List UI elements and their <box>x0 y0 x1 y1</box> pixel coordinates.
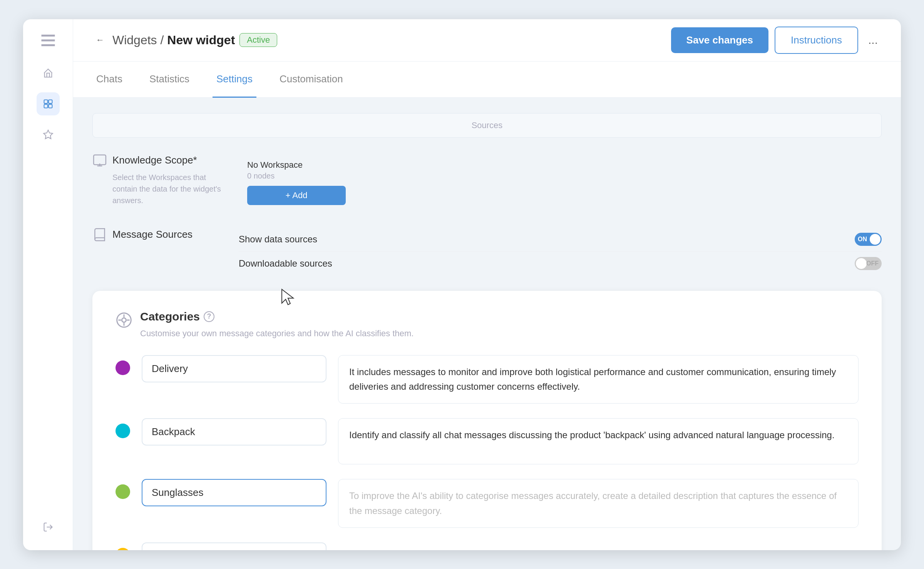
knowledge-scope-icon-area: Knowledge Scope* <box>92 153 223 168</box>
category-item-backpack: Identify and classify all chat messages … <box>116 418 859 464</box>
back-button[interactable]: ← <box>92 32 108 48</box>
message-sources-icon <box>92 227 107 242</box>
category-desc-sunglasses: To improve the AI's ability to categoris… <box>338 479 859 528</box>
add-workspace-button[interactable]: + Add <box>247 186 346 205</box>
categories-icon <box>116 312 132 329</box>
sources-section-label: Sources <box>92 113 882 138</box>
category-name-input-sunglasses[interactable] <box>142 479 326 506</box>
message-sources-name: Message Sources <box>112 229 192 240</box>
categories-title: Categories ? <box>140 310 859 323</box>
categories-header: Categories ? Customise your own message … <box>116 310 859 340</box>
category-desc-delivery: It includes messages to monitor and impr… <box>338 355 859 404</box>
knowledge-scope-desc: Select the Workspaces that contain the d… <box>92 172 223 206</box>
settings-content: Sources Knowledge Scope* Select the Work… <box>73 98 901 550</box>
message-sources-controls: Show data sources ON Downloadable source… <box>239 227 882 275</box>
category-desc-backpack: Identify and classify all chat messages … <box>338 418 859 464</box>
header: ← Widgets / New widget Active Save chang… <box>73 19 901 62</box>
categories-help-icon[interactable]: ? <box>204 311 214 322</box>
sidebar-toggle[interactable] <box>37 31 60 50</box>
header-actions: Save changes Instructions ... <box>671 27 882 54</box>
category-item-delivery: It includes messages to monitor and impr… <box>116 355 859 404</box>
sidebar-icon-widgets[interactable] <box>37 92 60 115</box>
category-item-sunglasses: To improve the AI's ability to categoris… <box>116 479 859 528</box>
svg-rect-6 <box>49 104 52 108</box>
category-name-input-delivery[interactable] <box>142 355 326 382</box>
knowledge-workspace-box: No Workspace 0 nodes + Add <box>239 153 354 212</box>
category-name-input-backpack[interactable] <box>142 418 326 446</box>
knowledge-scope-row: Knowledge Scope* Select the Workspaces t… <box>92 153 882 212</box>
message-sources-icon-area: Message Sources <box>92 227 223 242</box>
categories-title-area: Categories ? Customise your own message … <box>140 310 859 340</box>
category-color-delivery <box>116 360 130 375</box>
knowledge-scope-icon <box>92 153 107 168</box>
svg-rect-4 <box>49 100 52 103</box>
sidebar-icon-favorites[interactable] <box>37 123 60 146</box>
show-data-sources-label: Show data sources <box>239 234 317 245</box>
save-button[interactable]: Save changes <box>671 27 768 53</box>
svg-rect-3 <box>44 100 47 103</box>
category-color-sunglasses <box>116 484 130 499</box>
category-color-backpack <box>116 424 130 438</box>
instructions-button[interactable]: Instructions <box>775 27 858 54</box>
svg-rect-9 <box>94 155 106 164</box>
categories-card: Categories ? Customise your own message … <box>92 291 882 550</box>
sidebar <box>23 19 73 550</box>
knowledge-scope-name: Knowledge Scope* <box>112 154 197 166</box>
knowledge-scope-label-col: Knowledge Scope* Select the Workspaces t… <box>92 153 223 206</box>
tab-customisation[interactable]: Customisation <box>276 62 347 98</box>
svg-point-10 <box>122 318 126 322</box>
knowledge-nodes-count: 0 nodes <box>247 172 346 180</box>
main-content: ← Widgets / New widget Active Save chang… <box>73 19 901 550</box>
sidebar-icon-home[interactable] <box>37 62 60 85</box>
tab-chats[interactable]: Chats <box>92 62 126 98</box>
show-data-sources-row: Show data sources ON <box>239 227 882 252</box>
show-data-sources-toggle[interactable]: ON <box>855 233 882 246</box>
sidebar-icon-logout[interactable] <box>37 516 60 539</box>
tab-statistics[interactable]: Statistics <box>146 62 193 98</box>
message-sources-row: Message Sources Show data sources ON Dow… <box>92 227 882 275</box>
more-button[interactable]: ... <box>864 30 882 50</box>
message-sources-label-col: Message Sources <box>92 227 223 246</box>
categories-subtitle: Customise your own message categories an… <box>140 327 859 340</box>
svg-marker-7 <box>44 130 52 138</box>
knowledge-workspace-name: No Workspace <box>247 160 346 170</box>
category-name-input-new[interactable] <box>142 542 326 550</box>
page-title: Widgets / New widget <box>112 33 235 47</box>
tab-bar: Chats Statistics Settings Customisation <box>73 62 901 98</box>
category-color-new <box>116 548 130 550</box>
tab-settings[interactable]: Settings <box>213 62 256 98</box>
downloadable-sources-label: Downloadable sources <box>239 258 332 269</box>
downloadable-sources-toggle[interactable]: OFF <box>855 257 882 270</box>
downloadable-sources-row: Downloadable sources OFF <box>239 252 882 275</box>
status-badge: Active <box>239 33 277 47</box>
breadcrumb: ← Widgets / New widget Active <box>92 32 671 48</box>
category-item-new <box>116 542 859 550</box>
svg-rect-5 <box>44 104 47 108</box>
